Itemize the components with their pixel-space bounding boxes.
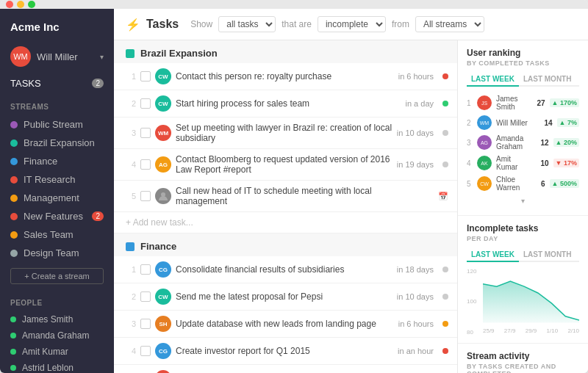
sidebar-person-astrid-leblon[interactable]: Astrid Leblon (0, 360, 114, 373)
minimize-button[interactable] (17, 1, 24, 8)
stream-dot (10, 158, 18, 165)
task-due: in a day (405, 99, 434, 108)
stream-dot (10, 213, 18, 220)
stream-activity-title: Stream activity (467, 351, 579, 361)
chevron-down-icon: ▾ (100, 53, 104, 61)
task-checkbox[interactable] (140, 159, 151, 170)
task-indicator (442, 348, 448, 354)
task-row: 1CWContact this person re: royalty purch… (114, 63, 457, 90)
stream-label: Finance (24, 156, 57, 167)
tab-last-week-incomplete[interactable]: LAST WEEK (467, 248, 519, 262)
chart-y-labels: 120 100 80 (467, 268, 476, 336)
sidebar-item-sales-team[interactable]: Sales Team (0, 225, 114, 244)
sidebar-person-amit-kumar[interactable]: Amit Kumar (0, 344, 114, 360)
sidebar-item-design-team[interactable]: Design Team (0, 244, 114, 262)
task-text: Consolidate financial results of subsidi… (176, 264, 392, 275)
task-checkbox[interactable] (140, 346, 151, 356)
filter-all-tasks[interactable]: all tasks (218, 16, 276, 32)
ranking-row: 3AGAmanda Graham12▲ 20% (467, 132, 579, 153)
brazil-add-task[interactable]: + Add new task... (114, 212, 457, 233)
task-number: 4 (126, 160, 136, 169)
user-profile[interactable]: WM Will Miller ▾ (0, 40, 114, 73)
rank-change: ▲ 500% (550, 179, 579, 188)
sidebar-person-amanda-graham[interactable]: Amanda Graham (0, 327, 114, 344)
task-text: Send me the latest proposal for Pepsi (176, 291, 392, 302)
stream-activity-widget: Stream activity BY TASKS CREATED AND COM… (458, 344, 588, 373)
maximize-button[interactable] (28, 1, 35, 8)
create-stream-button[interactable]: + Create a stream (10, 268, 104, 284)
task-user-avatar: WM (155, 125, 171, 141)
task-number: 2 (126, 99, 136, 108)
task-row: 3WMSet up meeting with lawyer in Brazil … (114, 117, 457, 149)
main-body: Brazil Expansion 1CWContact this person … (114, 40, 588, 373)
task-row: 2CWStart hiring process for sales teamin… (114, 90, 457, 117)
task-due: in 10 days (397, 128, 434, 137)
task-number: 2 (126, 292, 136, 301)
incomplete-tasks-tabs: LAST WEEK LAST MONTH (467, 248, 579, 262)
sidebar-item-it-research[interactable]: IT Research (0, 170, 114, 189)
task-indicator (442, 267, 448, 272)
task-indicator (442, 162, 448, 167)
person-online-dot (10, 349, 16, 355)
tab-last-month-ranking[interactable]: LAST MONTH (519, 73, 576, 87)
sidebar-item-brazil-expansion[interactable]: Brazil Expansion (0, 134, 114, 152)
filter-streams[interactable]: All streams (415, 16, 484, 32)
task-checkbox[interactable] (140, 71, 151, 82)
stream-label: Design Team (24, 247, 79, 258)
finance-section: Finance 1CGConsolidate financial results… (114, 233, 457, 373)
x-label-1: 27/9 (504, 327, 516, 334)
person-online-dot (10, 365, 16, 371)
sidebar-item-public-stream[interactable]: Public Stream (0, 115, 114, 134)
task-due: in 10 days (397, 292, 434, 301)
stream-label: Brazil Expansion (24, 137, 95, 148)
brazil-tasks-list: 1CWContact this person re: royalty purch… (114, 63, 457, 212)
task-text: Contact this person re: royalty purchase (176, 71, 394, 82)
show-label: Show (190, 19, 212, 29)
person-name: Astrid Leblon (22, 363, 74, 373)
task-number: 3 (126, 319, 136, 328)
people-section-label: PEOPLE (0, 290, 114, 311)
user-ranking-title: User ranking (467, 48, 579, 58)
task-checkbox[interactable] (140, 191, 151, 201)
finance-tasks-list: 1CGConsolidate financial results of subs… (114, 256, 457, 373)
tab-last-month-incomplete[interactable]: LAST MONTH (519, 248, 576, 262)
finance-title: Finance (140, 241, 176, 252)
task-indicator (442, 321, 448, 327)
sidebar-item-finance[interactable]: Finance (0, 152, 114, 170)
task-row: 5WMSend me the latest version of the inv… (114, 365, 457, 373)
avatar: WM (10, 46, 31, 67)
rank-count: 12 (537, 139, 549, 147)
task-checkbox[interactable] (140, 128, 151, 138)
close-button[interactable] (6, 1, 13, 8)
show-more-ranking[interactable]: ▾ (467, 194, 579, 208)
user-ranking-subtitle: BY COMPLETED TASKS (467, 59, 579, 67)
stream-dot (10, 140, 18, 147)
sidebar-person-james-smith[interactable]: James Smith (0, 311, 114, 327)
incomplete-chart: 120 100 80 (467, 268, 579, 336)
task-user-avatar: CW (155, 289, 171, 305)
rank-name: Will Miller (496, 119, 537, 127)
sidebar-item-new-features[interactable]: New Features2 (0, 207, 114, 225)
tab-last-week-ranking[interactable]: LAST WEEK (467, 73, 519, 87)
task-checkbox[interactable] (140, 291, 151, 302)
task-number: 5 (126, 192, 136, 200)
ranking-row: 2WMWill Miller14▲ 7% (467, 113, 579, 132)
rank-count: 10 (537, 159, 549, 167)
task-checkbox[interactable] (140, 264, 151, 275)
task-row: 2CWSend me the latest proposal for Pepsi… (114, 283, 457, 311)
incomplete-tasks-widget: Incomplete tasks PER DAY LAST WEEK LAST … (458, 216, 588, 344)
sidebar-item-management[interactable]: Management (0, 189, 114, 207)
rank-number: 3 (467, 139, 473, 147)
filter-incomplete[interactable]: incomplete (318, 16, 386, 32)
brazil-color-bar (126, 49, 135, 58)
task-checkbox[interactable] (140, 319, 151, 329)
sidebar-item-tasks[interactable]: TASKS 2 (0, 73, 114, 94)
lightning-icon: ⚡ (126, 18, 140, 32)
rank-avatar: WM (477, 115, 492, 130)
people-list: James SmithAmanda GrahamAmit KumarAstrid… (0, 311, 114, 373)
person-name: James Smith (22, 314, 73, 325)
task-text: Call new head of IT to schedule meeting … (176, 186, 425, 206)
task-checkbox[interactable] (140, 98, 151, 109)
task-number: 4 (126, 347, 136, 355)
x-label-4: 2/10 (567, 327, 579, 334)
